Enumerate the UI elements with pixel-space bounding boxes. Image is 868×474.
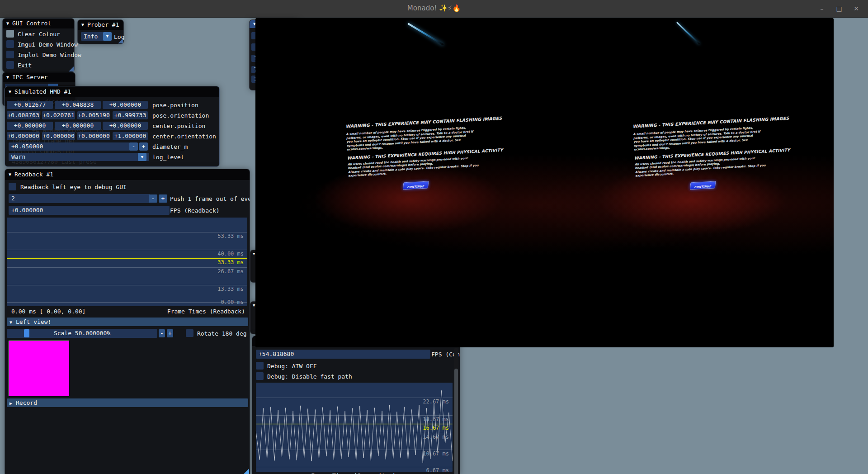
tick-label-target: 16.67 ms <box>423 425 449 431</box>
gridline <box>7 285 247 285</box>
slider-grab[interactable] <box>24 329 29 337</box>
resize-grip-icon[interactable] <box>118 38 123 43</box>
continue-label: CONTINUE <box>693 183 711 190</box>
pose-position-x[interactable]: +0.012677 <box>7 101 53 109</box>
resize-grip-icon[interactable] <box>69 66 74 71</box>
push-frame-plus-button[interactable]: + <box>159 194 167 203</box>
warning-body-1: A small number of people may have seizur… <box>346 125 480 152</box>
minimize-button[interactable]: – <box>816 4 827 14</box>
pose-orientation-w[interactable]: +0.999733 <box>113 111 148 119</box>
target-gridline <box>7 258 247 259</box>
debug-atw-checkbox[interactable] <box>256 362 264 370</box>
gridline <box>7 250 247 250</box>
diameter-label: diameter_m <box>152 143 188 150</box>
compositor-fps-field[interactable]: +54.818680 <box>256 350 430 359</box>
tick-label: 53.33 ms <box>217 233 244 239</box>
center-orientation-label: center.orientation <box>152 133 216 140</box>
gui-control-titlebar[interactable]: ▼GUI Control <box>3 19 74 28</box>
implot-demo-checkbox[interactable] <box>6 51 14 58</box>
push-frame-field[interactable]: 2 <box>9 194 150 203</box>
exit-label: Exit <box>18 62 32 69</box>
center-orientation-x[interactable]: +0.000000 <box>7 132 40 140</box>
pose-position-y[interactable]: +0.048838 <box>55 101 101 109</box>
scrollbar-thumb[interactable] <box>454 369 458 474</box>
log-level-combo[interactable]: Warn <box>9 153 149 161</box>
diameter-field[interactable]: +0.050000 <box>9 142 130 151</box>
gui-control-title: GUI Control <box>12 20 51 27</box>
pose-orientation-y[interactable]: +0.020761 <box>42 111 75 119</box>
ipc-server-titlebar[interactable]: ▼IPC Server <box>3 72 75 82</box>
readback-left-eye-checkbox[interactable] <box>9 183 16 190</box>
scale-slider[interactable]: Scale 50.000000% <box>7 329 157 338</box>
prober-window: ▼Prober #1 Info ▼ Log <box>77 19 124 44</box>
debug-fastpath-checkbox[interactable] <box>256 372 264 380</box>
record-header-label: Record <box>16 399 37 406</box>
maximize-button[interactable]: □ <box>834 4 844 14</box>
desktop: Monado! ✨⚡🔥 – □ ✕ ▼IPC Server ▼GUI Contr… <box>0 0 868 474</box>
left-view-image <box>9 341 69 396</box>
prober-log-level-combo[interactable]: Info <box>81 32 105 41</box>
rotate-180-checkbox[interactable] <box>186 329 193 337</box>
push-frame-label: Push 1 frame out of every <box>170 195 250 202</box>
controller-streak-right <box>676 22 700 45</box>
gridline <box>7 267 247 268</box>
clear-colour-label: Clear Colour <box>18 31 60 38</box>
tick-label: 18.67 ms <box>423 416 449 422</box>
push-frame-minus-button[interactable]: - <box>149 194 157 203</box>
combo-arrow-icon[interactable]: ▼ <box>138 153 146 161</box>
center-orientation-z[interactable]: +0.000000 <box>77 132 110 140</box>
record-header[interactable]: ▶Record <box>7 398 248 407</box>
scale-minus-button[interactable]: - <box>159 329 165 337</box>
compositor-output-view: WARNING - THIS EXPERIENCE MAY CONTAIN FL… <box>255 18 834 347</box>
collapse-triangle-icon: ▼ <box>6 72 9 82</box>
tick-label-target: 33.33 ms <box>217 259 244 265</box>
pose-position-z[interactable]: +0.000000 <box>103 101 148 109</box>
implot-demo-label: Implot Demo Window <box>18 52 81 58</box>
readback-title: Readback #1 <box>14 171 53 178</box>
readback-plot-footer: Frame Times (Readback) <box>167 308 245 315</box>
compositor-frametime-plot[interactable]: 22.67 ms 18.67 ms 16.67 ms 14.67 ms 10.6… <box>256 383 453 472</box>
resize-grip-icon[interactable] <box>244 469 249 474</box>
clear-colour-swatch[interactable] <box>6 30 14 38</box>
center-orientation-y[interactable]: +0.000000 <box>42 132 75 140</box>
center-position-y[interactable]: +0.000000 <box>55 122 101 130</box>
os-titlebar: Monado! ✨⚡🔥 – □ ✕ <box>0 0 868 18</box>
readback-plot-stats: 0.00 ms [ 0.00, 0.00] <box>11 308 85 315</box>
pose-orientation-x[interactable]: +0.008763 <box>7 111 40 119</box>
center-position-x[interactable]: +0.000000 <box>7 122 53 130</box>
close-button[interactable]: ✕ <box>851 4 862 14</box>
combo-arrow-icon[interactable]: ▼ <box>103 32 112 41</box>
tick-label: 10.67 ms <box>423 450 449 457</box>
readback-frametime-plot[interactable]: 53.33 ms 40.00 ms 33.33 ms 26.67 ms 13.3… <box>7 218 247 306</box>
pose-orientation-z[interactable]: +0.005190 <box>77 111 110 119</box>
readback-fps-field[interactable]: +0.000000 <box>9 206 170 215</box>
diameter-minus-button[interactable]: - <box>129 142 138 151</box>
log-level-label: log_level <box>152 154 184 161</box>
pose-position-label: pose.position <box>152 102 198 109</box>
continue-label: CONTINUE <box>406 183 424 190</box>
left-view-header[interactable]: ▼Left view! <box>7 318 248 326</box>
collapse-triangle-icon: ▼ <box>6 19 9 28</box>
readback-titlebar[interactable]: ▼Readback #1 <box>5 169 250 180</box>
prober-titlebar[interactable]: ▼Prober #1 <box>78 20 123 30</box>
right-eye-warning-panel: WARNING - THIS EXPERIENCE MAY CONTAIN FL… <box>632 117 769 192</box>
exit-button[interactable] <box>6 61 14 69</box>
tick-label: 26.67 ms <box>217 268 244 275</box>
center-position-z[interactable]: +0.000000 <box>103 122 148 130</box>
os-window-title: Monado! ✨⚡🔥 <box>0 4 868 12</box>
center-position-label: center.position <box>152 123 205 129</box>
collapse-triangle-icon: ▶ <box>9 401 12 406</box>
ipc-server-title: IPC Server <box>12 74 47 81</box>
prober-title: Prober #1 <box>87 21 119 28</box>
simulated-hmd-titlebar[interactable]: ▼Simulated HMD #1 <box>5 86 219 97</box>
imgui-demo-checkbox[interactable] <box>6 40 14 48</box>
collapse-triangle-icon: ▼ <box>81 20 84 30</box>
warning-body-1: A small number of people may have seizur… <box>633 125 767 152</box>
diameter-plus-button[interactable]: + <box>139 142 148 151</box>
center-orientation-w[interactable]: +1.000000 <box>113 132 148 140</box>
tick-label: 14.67 ms <box>423 434 449 440</box>
collapse-triangle-icon: ▼ <box>253 303 255 308</box>
tick-label: 22.67 ms <box>423 398 449 405</box>
scale-plus-button[interactable]: + <box>167 329 173 337</box>
scrollbar-track[interactable] <box>454 348 458 473</box>
